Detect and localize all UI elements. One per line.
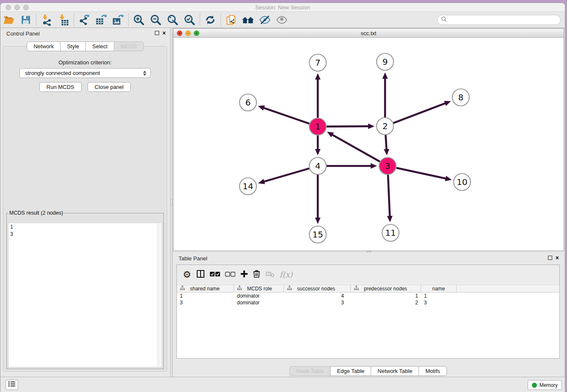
close-panel-icon[interactable]: × xyxy=(162,31,166,35)
tab-network-table[interactable]: Network Table xyxy=(371,366,419,376)
graph-node-9[interactable]: 9 xyxy=(377,53,394,70)
save-session-button[interactable] xyxy=(17,13,34,27)
edge-4-14[interactable] xyxy=(258,168,309,184)
graph-node-1[interactable]: 1 xyxy=(309,118,326,135)
close-panel-button[interactable]: Close panel xyxy=(88,82,131,92)
task-history-button[interactable] xyxy=(6,380,18,390)
delete-table-icon xyxy=(265,271,275,279)
zoom-fit-button[interactable] xyxy=(164,13,181,27)
tab-motifs[interactable]: Motifs xyxy=(418,366,447,376)
graph-node-11[interactable]: 11 xyxy=(382,224,399,241)
zoom-in-button[interactable] xyxy=(130,13,147,27)
zoom-selected-button[interactable] xyxy=(181,13,198,27)
table-panel-title: Table Panel xyxy=(179,255,207,262)
column-header-predecessor-nodes[interactable]: predecessor nodes xyxy=(351,285,421,292)
mcds-tab-content: Optimization criterion: strongly connect… xyxy=(3,46,167,372)
network-canvas[interactable]: 7968124314101511 xyxy=(173,38,564,251)
graph-node-10[interactable]: 10 xyxy=(454,174,471,190)
delete-column-button[interactable] xyxy=(253,270,260,279)
edge-2-8[interactable] xyxy=(394,101,451,123)
column-type-icon xyxy=(237,285,242,292)
home-button[interactable] xyxy=(239,13,256,27)
splitter-grip[interactable] xyxy=(171,199,172,206)
tab-node-table[interactable]: Node Table xyxy=(289,366,331,376)
graph-node-4[interactable]: 4 xyxy=(309,157,326,174)
select-all-columns-button[interactable] xyxy=(210,271,220,279)
export-network-button[interactable] xyxy=(76,13,93,27)
optimization-criterion-label: Optimization criterion: xyxy=(3,59,167,66)
edge-3-10[interactable] xyxy=(396,168,452,181)
criterion-dropdown[interactable]: strongly connected component xyxy=(19,68,151,78)
result-scrollbar[interactable] xyxy=(157,224,161,367)
edge-3-1[interactable] xyxy=(327,132,380,161)
edge-1-7[interactable] xyxy=(315,73,321,118)
show-all-button[interactable] xyxy=(273,13,290,27)
export-table-button[interactable] xyxy=(93,13,110,27)
edge-3-11[interactable] xyxy=(387,175,393,222)
table-settings-button[interactable]: ⚙ xyxy=(183,270,191,279)
table-cell: 1 xyxy=(177,293,234,299)
graph-node-15[interactable]: 15 xyxy=(309,226,326,243)
column-header-label: successor nodes xyxy=(297,286,335,292)
tab-network[interactable]: Network xyxy=(27,41,61,51)
column-header-shared-name[interactable]: shared name xyxy=(177,285,234,292)
graph-node-6[interactable]: 6 xyxy=(239,94,256,111)
table-row[interactable]: 3dominator323 xyxy=(177,299,559,306)
graph-node-7[interactable]: 7 xyxy=(309,54,326,71)
tab-style[interactable]: Style xyxy=(60,41,86,51)
control-panel-title: Control Panel xyxy=(6,30,40,37)
save-floppy-icon xyxy=(20,14,31,25)
delete-table-button-disabled xyxy=(265,271,275,279)
tab-mcds[interactable]: MCDS xyxy=(114,41,143,51)
column-header-label: predecessor nodes xyxy=(364,286,407,292)
toolbar-separator xyxy=(36,14,36,26)
export-image-button[interactable] xyxy=(110,13,127,27)
column-header-successor-nodes[interactable]: successor nodes xyxy=(284,285,351,292)
import-table-button[interactable] xyxy=(55,13,72,27)
clone-network-button[interactable] xyxy=(223,13,239,27)
search-input[interactable] xyxy=(437,15,561,25)
hide-selected-button[interactable] xyxy=(256,13,273,27)
control-panel: Control Panel × NetworkStyleSelectMCDS O… xyxy=(0,28,170,377)
zoom-out-icon xyxy=(150,14,162,26)
graph-node-14[interactable]: 14 xyxy=(239,178,256,195)
create-column-button[interactable] xyxy=(240,270,248,279)
graph-node-8[interactable]: 8 xyxy=(452,89,469,106)
edge-4-3[interactable] xyxy=(327,163,377,169)
memory-button[interactable]: Memory xyxy=(528,380,562,390)
table-cell: 3 xyxy=(177,299,234,306)
edge-1-4[interactable] xyxy=(315,135,321,155)
edge-1-6[interactable] xyxy=(258,105,310,124)
graph-node-3[interactable]: 3 xyxy=(379,157,396,174)
svg-text:11: 11 xyxy=(385,228,396,238)
column-header-name[interactable]: name xyxy=(421,285,457,292)
zoom-out-button[interactable] xyxy=(147,13,164,27)
zoom-in-icon xyxy=(133,14,145,26)
svg-text:9: 9 xyxy=(383,57,388,67)
close-table-panel-icon[interactable]: × xyxy=(556,256,559,260)
toolbar-separator xyxy=(128,14,129,26)
deselect-all-columns-button[interactable] xyxy=(225,271,235,279)
edge-1-2[interactable] xyxy=(327,124,374,129)
import-network-icon xyxy=(41,14,52,26)
edge-4-15[interactable] xyxy=(315,175,321,224)
edge-2-3[interactable] xyxy=(384,135,389,155)
run-mcds-button[interactable]: Run MCDS xyxy=(39,82,82,92)
result-line: 1 xyxy=(10,224,160,231)
column-header-MCDS-role[interactable]: MCDS role xyxy=(234,285,284,292)
edge-2-9[interactable] xyxy=(383,72,388,117)
apply-function-button-disabled: f(x) xyxy=(280,270,293,279)
svg-text:10: 10 xyxy=(457,177,467,187)
open-session-button[interactable] xyxy=(0,13,17,27)
import-network-button[interactable] xyxy=(38,13,55,27)
refresh-button[interactable] xyxy=(202,13,219,27)
table-cell: 1 xyxy=(421,293,457,299)
float-table-panel-icon[interactable] xyxy=(548,256,552,260)
mcds-result-text[interactable]: 13 xyxy=(8,223,162,367)
tab-edge-table[interactable]: Edge Table xyxy=(330,366,371,376)
show-columns-button[interactable] xyxy=(196,270,205,280)
float-panel-icon[interactable] xyxy=(155,31,159,35)
graph-node-2[interactable]: 2 xyxy=(377,118,394,135)
table-row[interactable]: 1dominator411 xyxy=(177,293,559,299)
tab-select[interactable]: Select xyxy=(85,41,114,51)
